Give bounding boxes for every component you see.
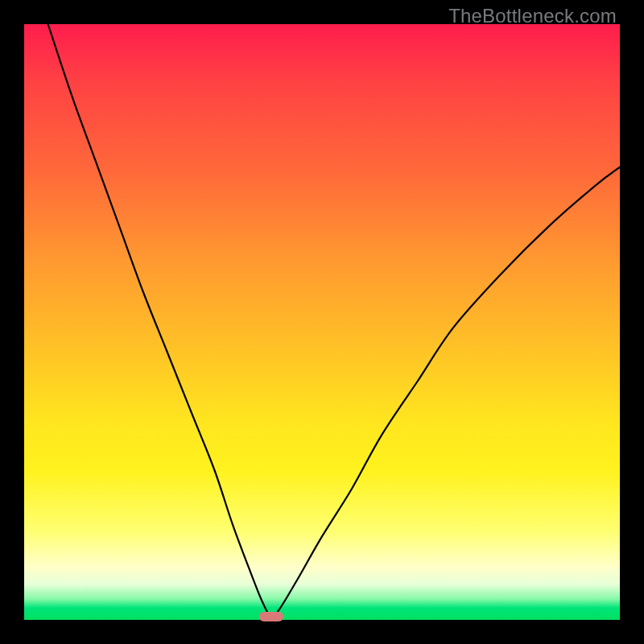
watermark-text: TheBottleneck.com (448, 5, 617, 27)
plot-area (24, 24, 620, 620)
dip-marker (259, 612, 283, 621)
bottleneck-curve (24, 24, 620, 620)
curve-path (48, 24, 620, 617)
chart-frame: TheBottleneck.com (0, 0, 644, 644)
